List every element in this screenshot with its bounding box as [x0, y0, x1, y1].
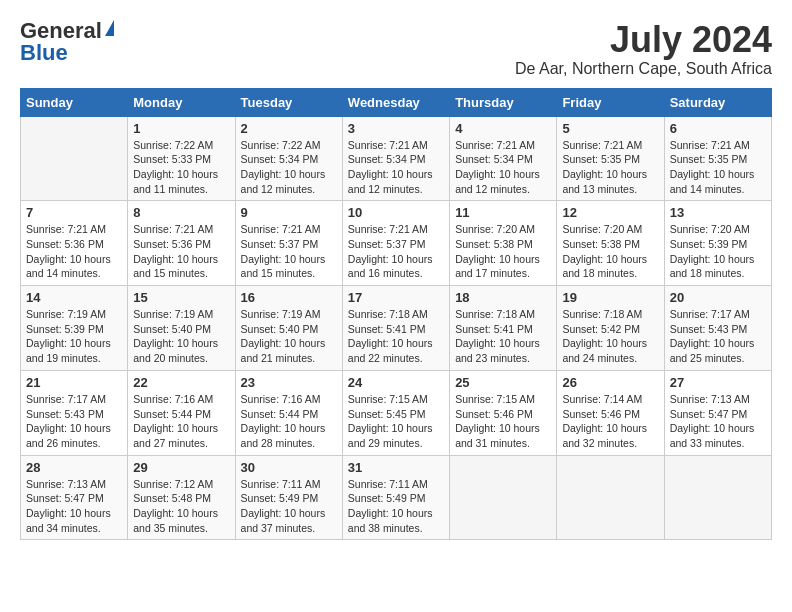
- day-number: 26: [562, 375, 658, 390]
- day-number: 29: [133, 460, 229, 475]
- day-number: 3: [348, 121, 444, 136]
- day-cell: 25Sunrise: 7:15 AMSunset: 5:46 PMDayligh…: [450, 370, 557, 455]
- day-cell: 6Sunrise: 7:21 AMSunset: 5:35 PMDaylight…: [664, 116, 771, 201]
- day-cell: 3Sunrise: 7:21 AMSunset: 5:34 PMDaylight…: [342, 116, 449, 201]
- day-info: Sunrise: 7:17 AMSunset: 5:43 PMDaylight:…: [670, 307, 766, 366]
- week-row-5: 28Sunrise: 7:13 AMSunset: 5:47 PMDayligh…: [21, 455, 772, 540]
- day-info: Sunrise: 7:19 AMSunset: 5:39 PMDaylight:…: [26, 307, 122, 366]
- day-cell: 7Sunrise: 7:21 AMSunset: 5:36 PMDaylight…: [21, 201, 128, 286]
- day-number: 12: [562, 205, 658, 220]
- day-cell: 12Sunrise: 7:20 AMSunset: 5:38 PMDayligh…: [557, 201, 664, 286]
- day-number: 24: [348, 375, 444, 390]
- location-title: De Aar, Northern Cape, South Africa: [515, 60, 772, 78]
- day-number: 25: [455, 375, 551, 390]
- day-number: 11: [455, 205, 551, 220]
- day-cell: 29Sunrise: 7:12 AMSunset: 5:48 PMDayligh…: [128, 455, 235, 540]
- week-row-2: 7Sunrise: 7:21 AMSunset: 5:36 PMDaylight…: [21, 201, 772, 286]
- day-number: 15: [133, 290, 229, 305]
- day-info: Sunrise: 7:12 AMSunset: 5:48 PMDaylight:…: [133, 477, 229, 536]
- header-cell-monday: Monday: [128, 88, 235, 116]
- day-cell: [557, 455, 664, 540]
- day-cell: 16Sunrise: 7:19 AMSunset: 5:40 PMDayligh…: [235, 286, 342, 371]
- day-number: 28: [26, 460, 122, 475]
- header-cell-wednesday: Wednesday: [342, 88, 449, 116]
- calendar-body: 1Sunrise: 7:22 AMSunset: 5:33 PMDaylight…: [21, 116, 772, 540]
- day-info: Sunrise: 7:21 AMSunset: 5:36 PMDaylight:…: [133, 222, 229, 281]
- day-info: Sunrise: 7:22 AMSunset: 5:33 PMDaylight:…: [133, 138, 229, 197]
- day-cell: 23Sunrise: 7:16 AMSunset: 5:44 PMDayligh…: [235, 370, 342, 455]
- week-row-3: 14Sunrise: 7:19 AMSunset: 5:39 PMDayligh…: [21, 286, 772, 371]
- day-cell: 26Sunrise: 7:14 AMSunset: 5:46 PMDayligh…: [557, 370, 664, 455]
- day-cell: 17Sunrise: 7:18 AMSunset: 5:41 PMDayligh…: [342, 286, 449, 371]
- day-cell: 20Sunrise: 7:17 AMSunset: 5:43 PMDayligh…: [664, 286, 771, 371]
- day-number: 8: [133, 205, 229, 220]
- day-number: 1: [133, 121, 229, 136]
- day-cell: 10Sunrise: 7:21 AMSunset: 5:37 PMDayligh…: [342, 201, 449, 286]
- logo: General Blue: [20, 20, 114, 64]
- day-number: 23: [241, 375, 337, 390]
- day-number: 19: [562, 290, 658, 305]
- header-cell-friday: Friday: [557, 88, 664, 116]
- day-number: 4: [455, 121, 551, 136]
- header: General Blue July 2024 De Aar, Northern …: [20, 20, 772, 78]
- day-info: Sunrise: 7:18 AMSunset: 5:41 PMDaylight:…: [348, 307, 444, 366]
- day-number: 5: [562, 121, 658, 136]
- title-area: July 2024 De Aar, Northern Cape, South A…: [515, 20, 772, 78]
- day-info: Sunrise: 7:20 AMSunset: 5:38 PMDaylight:…: [455, 222, 551, 281]
- day-info: Sunrise: 7:18 AMSunset: 5:41 PMDaylight:…: [455, 307, 551, 366]
- day-number: 6: [670, 121, 766, 136]
- day-info: Sunrise: 7:20 AMSunset: 5:38 PMDaylight:…: [562, 222, 658, 281]
- calendar-header: SundayMondayTuesdayWednesdayThursdayFrid…: [21, 88, 772, 116]
- day-info: Sunrise: 7:16 AMSunset: 5:44 PMDaylight:…: [133, 392, 229, 451]
- day-info: Sunrise: 7:20 AMSunset: 5:39 PMDaylight:…: [670, 222, 766, 281]
- week-row-1: 1Sunrise: 7:22 AMSunset: 5:33 PMDaylight…: [21, 116, 772, 201]
- day-number: 31: [348, 460, 444, 475]
- day-number: 22: [133, 375, 229, 390]
- day-cell: 27Sunrise: 7:13 AMSunset: 5:47 PMDayligh…: [664, 370, 771, 455]
- day-cell: 14Sunrise: 7:19 AMSunset: 5:39 PMDayligh…: [21, 286, 128, 371]
- header-row: SundayMondayTuesdayWednesdayThursdayFrid…: [21, 88, 772, 116]
- month-title: July 2024: [515, 20, 772, 60]
- day-info: Sunrise: 7:21 AMSunset: 5:34 PMDaylight:…: [348, 138, 444, 197]
- day-info: Sunrise: 7:13 AMSunset: 5:47 PMDaylight:…: [26, 477, 122, 536]
- day-info: Sunrise: 7:19 AMSunset: 5:40 PMDaylight:…: [133, 307, 229, 366]
- day-info: Sunrise: 7:11 AMSunset: 5:49 PMDaylight:…: [348, 477, 444, 536]
- day-info: Sunrise: 7:15 AMSunset: 5:45 PMDaylight:…: [348, 392, 444, 451]
- day-number: 16: [241, 290, 337, 305]
- day-number: 9: [241, 205, 337, 220]
- day-number: 30: [241, 460, 337, 475]
- day-cell: 31Sunrise: 7:11 AMSunset: 5:49 PMDayligh…: [342, 455, 449, 540]
- day-info: Sunrise: 7:13 AMSunset: 5:47 PMDaylight:…: [670, 392, 766, 451]
- day-info: Sunrise: 7:14 AMSunset: 5:46 PMDaylight:…: [562, 392, 658, 451]
- day-info: Sunrise: 7:18 AMSunset: 5:42 PMDaylight:…: [562, 307, 658, 366]
- day-number: 20: [670, 290, 766, 305]
- day-cell: 2Sunrise: 7:22 AMSunset: 5:34 PMDaylight…: [235, 116, 342, 201]
- day-cell: 8Sunrise: 7:21 AMSunset: 5:36 PMDaylight…: [128, 201, 235, 286]
- day-cell: 22Sunrise: 7:16 AMSunset: 5:44 PMDayligh…: [128, 370, 235, 455]
- week-row-4: 21Sunrise: 7:17 AMSunset: 5:43 PMDayligh…: [21, 370, 772, 455]
- day-number: 14: [26, 290, 122, 305]
- day-cell: 9Sunrise: 7:21 AMSunset: 5:37 PMDaylight…: [235, 201, 342, 286]
- day-cell: 24Sunrise: 7:15 AMSunset: 5:45 PMDayligh…: [342, 370, 449, 455]
- header-cell-tuesday: Tuesday: [235, 88, 342, 116]
- day-number: 10: [348, 205, 444, 220]
- day-number: 21: [26, 375, 122, 390]
- day-number: 2: [241, 121, 337, 136]
- logo-icon: [105, 20, 114, 36]
- day-info: Sunrise: 7:21 AMSunset: 5:37 PMDaylight:…: [348, 222, 444, 281]
- day-number: 13: [670, 205, 766, 220]
- day-cell: 15Sunrise: 7:19 AMSunset: 5:40 PMDayligh…: [128, 286, 235, 371]
- day-info: Sunrise: 7:21 AMSunset: 5:37 PMDaylight:…: [241, 222, 337, 281]
- day-number: 18: [455, 290, 551, 305]
- day-info: Sunrise: 7:21 AMSunset: 5:36 PMDaylight:…: [26, 222, 122, 281]
- day-cell: 28Sunrise: 7:13 AMSunset: 5:47 PMDayligh…: [21, 455, 128, 540]
- day-info: Sunrise: 7:21 AMSunset: 5:34 PMDaylight:…: [455, 138, 551, 197]
- header-cell-saturday: Saturday: [664, 88, 771, 116]
- day-info: Sunrise: 7:11 AMSunset: 5:49 PMDaylight:…: [241, 477, 337, 536]
- day-info: Sunrise: 7:21 AMSunset: 5:35 PMDaylight:…: [562, 138, 658, 197]
- day-info: Sunrise: 7:15 AMSunset: 5:46 PMDaylight:…: [455, 392, 551, 451]
- day-info: Sunrise: 7:19 AMSunset: 5:40 PMDaylight:…: [241, 307, 337, 366]
- day-cell: [664, 455, 771, 540]
- day-cell: [450, 455, 557, 540]
- header-cell-thursday: Thursday: [450, 88, 557, 116]
